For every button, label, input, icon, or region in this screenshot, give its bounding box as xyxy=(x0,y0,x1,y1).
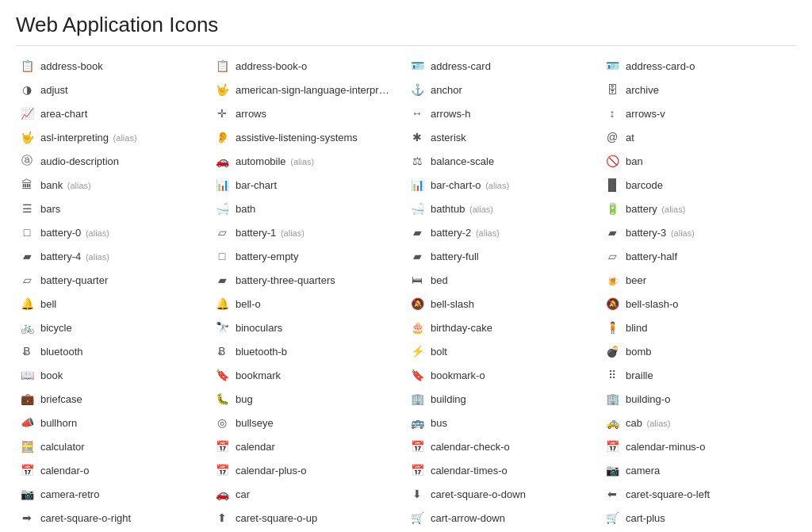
bell-o-icon: 🔔 xyxy=(214,296,230,312)
bed-icon: 🛏 xyxy=(409,272,425,288)
icon-label: at xyxy=(626,132,634,144)
icon-label: bell-slash xyxy=(431,298,474,310)
battery-0-icon: □ xyxy=(19,224,35,240)
list-item: □battery-0 (alias) xyxy=(16,220,211,244)
bath-icon: 🛁 xyxy=(214,201,230,216)
list-item: 🪪address-card-o xyxy=(601,54,796,78)
icon-label: battery-4 (alias) xyxy=(40,251,109,262)
icon-label: area-chart xyxy=(40,108,87,120)
list-item: ⬆caret-square-o-up xyxy=(211,506,406,530)
bluetooth-icon: Ƀ xyxy=(19,343,35,359)
bell-slash-o-icon: 🔕 xyxy=(604,296,620,312)
list-item: 🗄archive xyxy=(601,78,796,101)
icon-label: bookmark xyxy=(236,369,281,381)
bolt-icon: ⚡ xyxy=(409,343,425,359)
list-item: 👂assistive-listening-systems xyxy=(211,125,406,149)
list-item: ▱battery-1 (alias) xyxy=(211,220,406,244)
bank-icon: 🏛 xyxy=(19,177,35,193)
bicycle-icon: 🚲 xyxy=(19,320,35,335)
list-item: ⚡bolt xyxy=(406,339,601,363)
calendar-icon: 📅 xyxy=(214,438,230,454)
list-item: 📅calendar-check-o xyxy=(406,434,601,458)
list-item: ▰battery-full xyxy=(406,244,601,268)
icon-alias-label: (alias) xyxy=(67,181,91,190)
icons-grid: 📋address-book📋address-book-o🪪address-car… xyxy=(16,54,796,532)
list-item: 📋address-book xyxy=(16,54,211,78)
list-item: ▰battery-three-quarters xyxy=(211,268,406,292)
cab-icon: 🚕 xyxy=(604,415,620,431)
icon-label: beer xyxy=(626,274,646,286)
list-item: 🔋battery (alias) xyxy=(601,197,796,220)
icon-label: bell-slash-o xyxy=(626,298,678,310)
icon-label: arrows-h xyxy=(431,108,471,120)
list-item: 🤟asl-interpreting (alias) xyxy=(16,125,211,149)
icon-label: battery-half xyxy=(626,251,677,262)
icon-label: battery-0 (alias) xyxy=(40,227,109,239)
arrows-v-icon: ↕ xyxy=(604,105,620,121)
icon-label: battery-empty xyxy=(236,251,298,262)
icon-alias-label: (alias) xyxy=(86,228,109,238)
blind-icon: 🧍 xyxy=(604,320,620,335)
icon-label: address-book xyxy=(40,60,103,72)
icon-label: caret-square-o-left xyxy=(626,488,710,500)
list-item: 🧮calculator xyxy=(16,434,211,458)
cart-arrow-down-icon: 🛒 xyxy=(409,510,425,526)
list-item: ➡caret-square-o-right xyxy=(16,506,211,530)
automobile-icon: 🚗 xyxy=(214,153,230,169)
archive-icon: 🗄 xyxy=(604,82,620,98)
list-item: ✱asterisk xyxy=(406,125,601,149)
icon-label: balance-scale xyxy=(431,155,494,167)
list-item: 💣bomb xyxy=(601,339,796,363)
bullseye-icon: ◎ xyxy=(214,415,230,431)
icon-label: bolt xyxy=(431,346,447,358)
list-item: 🔖bookmark xyxy=(211,363,406,387)
list-item: ▱battery-half xyxy=(601,244,796,268)
icon-label: car xyxy=(236,488,250,500)
list-item: 🏢building xyxy=(406,387,601,411)
icon-label: blind xyxy=(626,322,647,334)
icon-label: calendar-o xyxy=(40,465,89,477)
birthday-cake-icon: 🎂 xyxy=(409,320,425,335)
icon-label: bluetooth xyxy=(40,346,83,358)
icon-alias-label: (alias) xyxy=(671,228,695,238)
list-item: ☰bars xyxy=(16,197,211,220)
icon-label: caret-square-o-down xyxy=(431,488,526,500)
battery-2-icon: ▰ xyxy=(409,224,425,240)
icon-label: bus xyxy=(431,417,447,429)
icon-label: battery-2 (alias) xyxy=(431,227,500,239)
icon-label: automobile (alias) xyxy=(236,155,314,167)
battery-three-quarters-icon: ▰ xyxy=(214,272,230,288)
area-chart-icon: 📈 xyxy=(19,105,35,121)
battery-icon: 🔋 xyxy=(604,201,620,216)
icon-label: birthday-cake xyxy=(431,322,492,334)
list-item: 🔕bell-slash xyxy=(406,292,601,316)
braille-icon: ⠿ xyxy=(604,367,620,383)
binoculars-icon: 🔭 xyxy=(214,320,230,335)
list-item: ◑adjust xyxy=(16,78,211,101)
caret-square-o-down-icon: ⬇ xyxy=(409,486,425,502)
icon-label: address-card xyxy=(431,60,491,72)
list-item: ⬅caret-square-o-left xyxy=(601,482,796,506)
list-item: 🛒cart-plus xyxy=(601,506,796,530)
list-item: 🛏bed xyxy=(406,268,601,292)
address-card-o-icon: 🪪 xyxy=(604,58,620,74)
building-icon: 🏢 xyxy=(409,391,425,407)
asl-interpreting-icon: 🤟 xyxy=(19,129,35,145)
calculator-icon: 🧮 xyxy=(19,438,35,454)
battery-full-icon: ▰ xyxy=(409,248,425,264)
audio-description-icon: ⓐ xyxy=(19,153,35,169)
list-item: 🚌bus xyxy=(406,411,601,434)
icon-label: battery-quarter xyxy=(40,274,108,286)
battery-1-icon: ▱ xyxy=(214,224,230,240)
list-item: 📅calendar xyxy=(211,434,406,458)
list-item: 🤟american-sign-language-interpr… xyxy=(211,78,406,101)
icon-label: bar-chart xyxy=(236,179,277,191)
list-item: Ƀbluetooth-b xyxy=(211,339,406,363)
icon-label: caret-square-o-right xyxy=(40,512,131,524)
calendar-minus-o-icon: 📅 xyxy=(604,438,620,454)
icon-label: arrows xyxy=(236,108,266,120)
list-item: ◎bullseye xyxy=(211,411,406,434)
icon-label: bicycle xyxy=(40,322,72,334)
assistive-listening-systems-icon: 👂 xyxy=(214,129,230,145)
list-item: 📷camera-retro xyxy=(16,482,211,506)
